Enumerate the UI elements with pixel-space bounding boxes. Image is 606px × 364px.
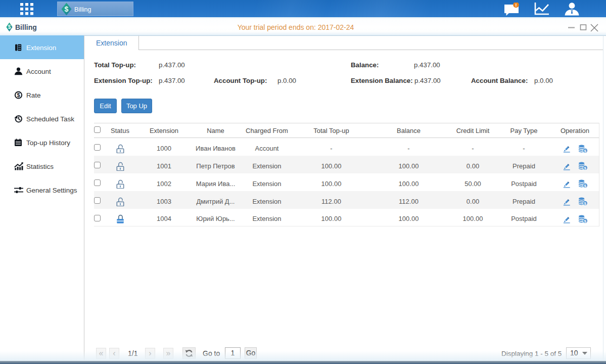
svg-text:$: $ <box>584 166 586 170</box>
svg-text:$: $ <box>584 219 586 223</box>
svg-text:!: ! <box>516 3 517 8</box>
svg-text:$: $ <box>65 5 69 13</box>
svg-text:$: $ <box>17 92 20 98</box>
svg-text:$: $ <box>584 184 586 188</box>
svg-text:$: $ <box>584 201 586 206</box>
svg-text:$: $ <box>584 148 586 153</box>
